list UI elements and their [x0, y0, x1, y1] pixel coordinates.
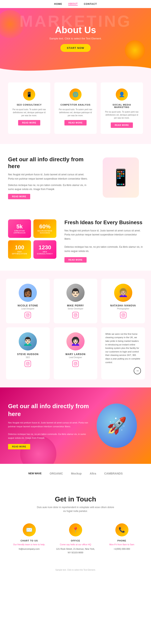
team-section: 👩🏾 NICOLE STONE Lead Designer 👨🏻 MIKE PE…	[0, 271, 151, 388]
svg-point-10	[27, 363, 29, 364]
mary-instagram-icon[interactable]	[72, 360, 79, 367]
brand-organic: ORGANIC	[50, 472, 63, 475]
nav-home[interactable]: HOME	[54, 2, 62, 6]
stat-guaranteed-label: GUARANTEED SUCCESS	[37, 230, 53, 234]
nicole-avatar: 👩🏾	[19, 284, 37, 302]
hero-section: MARKETING About Us Sample text. Click to…	[0, 8, 151, 72]
contact-section: Get in Touch Duis auie irure dolor in re…	[0, 483, 151, 566]
brand-cambrands: CAMBRANDS	[104, 472, 123, 475]
brand-new-wave: NEW WAVE	[28, 472, 42, 475]
svg-rect-3	[74, 314, 77, 316]
social-read-more-button[interactable]: READ MORE	[111, 122, 133, 128]
navigation: HOME ABOUT CONTACT	[0, 0, 151, 8]
phone-detail: +1(555) 000-000	[102, 547, 142, 551]
footer-text: Sample text. Click to select the Text El…	[3, 569, 148, 571]
service-card-social: 👤 SOCIAL MEDIA MARKETING Per ea quod ius…	[101, 82, 143, 134]
svg-point-7	[122, 314, 124, 316]
natasha-instagram-icon[interactable]	[120, 312, 126, 318]
mary-name: MARY LARSON	[65, 353, 86, 356]
stats-grid: 5k CREATIVE APPROACH 60% GUARANTEED SUCC…	[8, 219, 56, 259]
svg-point-4	[75, 314, 76, 316]
chart-icon: ✉️	[23, 523, 36, 536]
office-detail: 121 Rock Street, 21 Avenue, New York, NY…	[55, 547, 96, 554]
svg-point-5	[76, 314, 77, 314]
phone-title: PHONE	[102, 540, 142, 542]
mike-avatar: 👨🏻	[66, 284, 85, 302]
info-read-more-button[interactable]: READ MORE	[8, 194, 30, 199]
service-card-seo: 📱 SEO CONSULTANCY Per ea quod iusto. Te …	[8, 82, 50, 134]
hero2-para1: Nec feugiat nisl pretium fusce id. Justo…	[8, 421, 91, 428]
mary-role: Lead Designer	[69, 356, 82, 358]
fresh-ideas-read-more-button[interactable]: READ MORE	[64, 257, 87, 262]
hero2-para2: Delectus recteque has ne, no pro tation …	[8, 432, 91, 440]
svg-point-1	[27, 314, 29, 316]
stats-section: 5k CREATIVE APPROACH 60% GUARANTEED SUCC…	[0, 211, 151, 271]
hero2-section: Get our all info directly from here Nec …	[0, 388, 151, 464]
competitor-desc: Per ea quod iusto. Te autem perti nax de…	[58, 108, 93, 117]
seo-read-more-button[interactable]: READ MORE	[18, 120, 40, 126]
steve-instagram-icon[interactable]	[25, 360, 31, 367]
steve-name: STEVE HUDSON	[17, 353, 39, 356]
services-section: 📱 SEO CONSULTANCY Per ea quod iusto. Te …	[0, 72, 151, 144]
stat-creative-value: 5k	[11, 224, 28, 230]
svg-point-11	[28, 363, 29, 363]
hero-wave	[0, 60, 151, 72]
social-title: SOCIAL MEDIA MARKETING	[105, 104, 139, 108]
team-card-steve: 👨🏻‍🦱 STEVE HUDSON SEO	[6, 327, 50, 380]
brand-mockup: Mockup	[71, 472, 82, 475]
seo-desc: Per ea quod iusto. Te autem perti nax de…	[12, 108, 46, 117]
nicole-instagram-icon[interactable]	[25, 312, 31, 318]
fresh-ideas-title: Fresh Ideas for Every Business	[64, 219, 143, 226]
hero-title: About Us	[55, 24, 96, 36]
seo-icon: 📱	[23, 88, 35, 100]
stat-seo-cons: 1230 SEO CONSULTANCY	[33, 240, 56, 259]
nicole-name: NICOLE STONE	[18, 304, 38, 307]
team-info-card: While we were not the first home cleanin…	[101, 327, 145, 380]
hero-blob-right	[125, 40, 145, 60]
brands-section: NEW WAVE ORGANIC Mockup Altra CAMBRANDS	[0, 464, 151, 483]
team-arrow-button[interactable]: →	[134, 367, 141, 374]
phone-hand-image: 📱	[103, 158, 139, 198]
rocket-illustration: 🚀	[97, 404, 137, 448]
stat-seo-opt: 100 SEO OPTIMIZATION	[8, 240, 31, 259]
services-grid: 📱 SEO CONSULTANCY Per ea quod iusto. Te …	[6, 82, 145, 134]
fresh-ideas-para1: Nec feugiat nisl pretium fusce id. Justo…	[64, 228, 143, 241]
hero2-title: Get our all info directly from here	[8, 402, 91, 418]
svg-rect-0	[26, 314, 29, 316]
nav-about[interactable]: ABOUT	[68, 2, 78, 6]
natasha-name: NATASHA IVANOVA	[110, 304, 136, 307]
contact-title: Get in Touch	[8, 495, 143, 503]
stat-creative: 5k CREATIVE APPROACH	[8, 219, 31, 238]
competitor-read-more-button[interactable]: READ MORE	[64, 120, 87, 126]
team-card-mike: 👨🏻 MIKE PERRY Senior Developer	[54, 279, 97, 323]
hero2-read-more-button[interactable]: READ MORE	[8, 444, 30, 449]
phone-icon: 📞	[115, 523, 128, 536]
contact-chart: ✉️ CHART TO US Our friendly team is here…	[9, 523, 49, 554]
competitor-title: COMPETITOR ANALYSIS	[58, 104, 93, 106]
footer: Sample text. Click to select the Text El…	[0, 566, 151, 574]
hero-blob-left	[0, 10, 24, 38]
chart-link: Our friendly team is here to help.	[9, 543, 49, 546]
nav-contact[interactable]: CONTACT	[84, 2, 97, 6]
steve-role: SEO	[26, 356, 30, 358]
contact-subtitle: Duis auie irure dolor in reprehenderit i…	[35, 506, 116, 513]
mike-instagram-icon[interactable]	[72, 312, 79, 318]
competitor-icon: 🌐	[69, 88, 82, 100]
svg-rect-12	[74, 362, 77, 365]
team-card-natasha: 👩🏼‍🦱 NATASHA IVANOVA Photographer	[101, 279, 145, 323]
svg-point-8	[124, 314, 124, 314]
info-para1: Nec feugiat nisl pretium fusce id. Justo…	[8, 172, 91, 181]
seo-title: SEO CONSULTANCY	[12, 104, 46, 106]
info-text: Get our all info directly from here Nec …	[8, 156, 91, 199]
chart-detail: hi@ourcompany.com	[9, 547, 49, 551]
nicole-role: Lead Designer	[21, 308, 34, 310]
hero2-rocket-image: 🚀	[91, 404, 143, 448]
team-grid-row1: 👩🏾 NICOLE STONE Lead Designer 👨🏻 MIKE PE…	[6, 279, 145, 323]
svg-rect-6	[122, 314, 125, 316]
info-para2: Delectus recteque has ne, no pro tation …	[8, 183, 91, 192]
hero-start-button[interactable]: START NOW	[60, 44, 91, 52]
team-grid-row2: 👨🏻‍🦱 STEVE HUDSON SEO 👩🏻‍🦱 MARY LARSON L…	[6, 327, 145, 380]
contact-office: 📍 OFFICE Come say hello at our office HQ…	[55, 523, 96, 554]
natasha-role: Photographer	[117, 308, 129, 310]
phone-link: Mon-Fri from 8am to 5am	[102, 543, 142, 546]
